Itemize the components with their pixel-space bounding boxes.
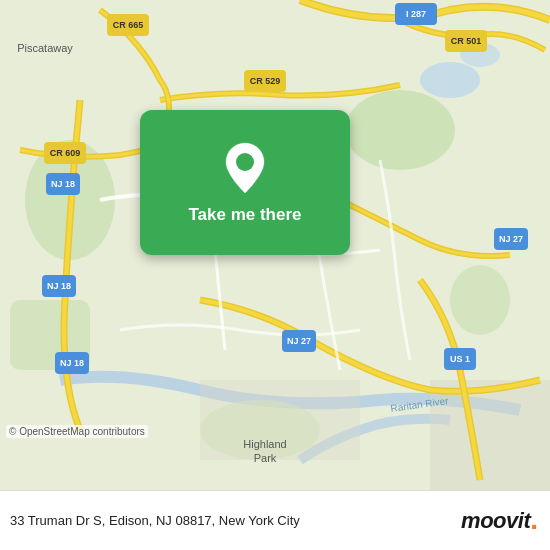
svg-text:CR 529: CR 529 bbox=[250, 76, 281, 86]
svg-text:CR 501: CR 501 bbox=[451, 36, 482, 46]
bottom-bar: 33 Truman Dr S, Edison, NJ 08817, New Yo… bbox=[0, 490, 550, 550]
svg-text:NJ 27: NJ 27 bbox=[287, 336, 311, 346]
svg-point-8 bbox=[420, 62, 480, 98]
svg-point-3 bbox=[450, 265, 510, 335]
svg-text:I 287: I 287 bbox=[406, 9, 426, 19]
moovit-logo: moovit . bbox=[461, 508, 538, 534]
moovit-dot: . bbox=[530, 506, 538, 534]
svg-text:NJ 18: NJ 18 bbox=[51, 179, 75, 189]
svg-point-36 bbox=[236, 153, 254, 171]
take-me-there-label: Take me there bbox=[188, 205, 301, 225]
take-me-there-button[interactable]: Take me there bbox=[140, 110, 350, 255]
location-pin-icon bbox=[223, 141, 267, 195]
svg-text:NJ 27: NJ 27 bbox=[499, 234, 523, 244]
svg-point-1 bbox=[345, 90, 455, 170]
svg-text:US 1: US 1 bbox=[450, 354, 470, 364]
address-text: 33 Truman Dr S, Edison, NJ 08817, New Yo… bbox=[10, 513, 461, 528]
moovit-text: moovit bbox=[461, 508, 530, 534]
svg-text:NJ 18: NJ 18 bbox=[47, 281, 71, 291]
map-container: I 287 CR 665 CR 529 CR 501 CR 609 NJ 18 … bbox=[0, 0, 550, 490]
svg-text:Park: Park bbox=[254, 452, 277, 464]
map-attribution: © OpenStreetMap contributors bbox=[6, 425, 148, 438]
svg-text:Highland: Highland bbox=[243, 438, 286, 450]
svg-rect-6 bbox=[430, 380, 550, 490]
svg-text:CR 665: CR 665 bbox=[113, 20, 144, 30]
svg-text:NJ 18: NJ 18 bbox=[60, 358, 84, 368]
svg-text:CR 609: CR 609 bbox=[50, 148, 81, 158]
svg-text:Piscataway: Piscataway bbox=[17, 42, 73, 54]
